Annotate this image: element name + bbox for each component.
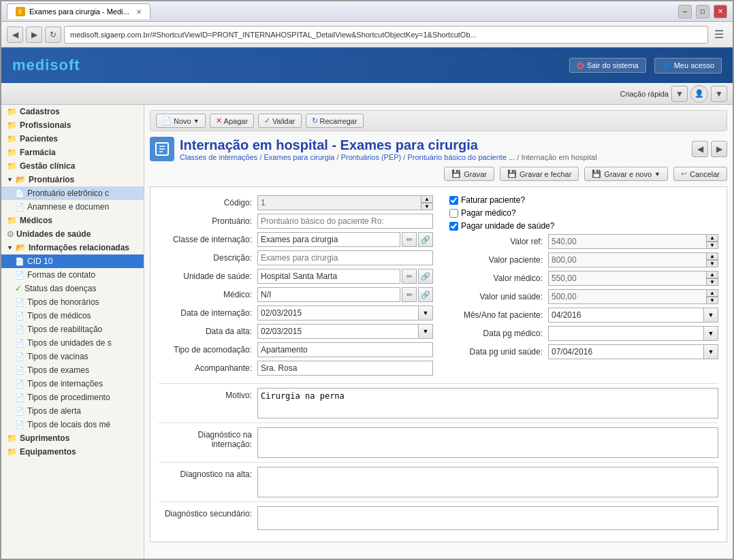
mes-ano-input[interactable]	[548, 308, 703, 323]
history-forward-btn[interactable]: ▶	[711, 141, 727, 157]
prontuario-input[interactable]	[257, 214, 433, 229]
gravar-novo-btn[interactable]: 💾 Gravar e novo ▼	[584, 167, 668, 181]
sidebar-item-unidades[interactable]: ⊙ Unidades de saúde	[1, 227, 144, 241]
pagar-medico-checkbox[interactable]	[449, 209, 458, 218]
breadcrumb-link-2[interactable]: Exames para cirurgia	[264, 153, 335, 161]
data-pg-medico-input[interactable]	[548, 326, 703, 341]
valor-paciente-input[interactable]	[548, 252, 706, 267]
valor-medico-spin-up[interactable]: ▲	[706, 271, 718, 278]
apagar-btn[interactable]: ✕ Apagar	[210, 114, 254, 128]
sidebar-item-anamnese[interactable]: 📄 Anamnese e documen	[1, 200, 144, 214]
valor-medico-input[interactable]	[548, 271, 706, 286]
data-alta-input[interactable]	[257, 324, 418, 339]
sidebar-item-tipos-procedimentos[interactable]: 📄 Tipos de procedimento	[1, 391, 144, 404]
descricao-input[interactable]	[257, 250, 433, 265]
classe-edit-btn[interactable]: ✏	[402, 232, 417, 247]
sidebar-item-status-doencas[interactable]: ✓ Status das doenças	[1, 282, 144, 295]
sidebar-item-tipos-exames[interactable]: 📄 Tipos de exames	[1, 363, 144, 377]
codigo-spin-up[interactable]: ▲	[421, 195, 433, 203]
history-back-btn[interactable]: ◀	[692, 141, 708, 157]
medico-input[interactable]	[257, 287, 400, 302]
sidebar-item-tipos-medicos[interactable]: 📄 Tipos de médicos	[1, 309, 144, 323]
sidebar-item-prontuario-eletronico[interactable]: 📄 Prontuário eletrônico c	[1, 186, 144, 200]
sidebar-item-farmacia[interactable]: 📁 Farmácia	[1, 146, 144, 159]
pagar-unid-checkbox[interactable]	[449, 222, 458, 231]
browser-menu-btn[interactable]: ☰	[711, 27, 727, 43]
logout-btn[interactable]: ⏻ Sair do sistema	[569, 58, 646, 73]
diagnostico-internacao-textarea[interactable]	[257, 427, 718, 458]
valor-ref-spin-down[interactable]: ▼	[706, 242, 718, 249]
valor-unid-spin-up[interactable]: ▲	[706, 289, 718, 297]
data-pg-unid-input[interactable]	[548, 344, 703, 359]
address-bar[interactable]	[64, 26, 708, 44]
data-internacao-input[interactable]	[257, 306, 418, 320]
data-alta-calendar-btn[interactable]: ▼	[418, 324, 433, 339]
acompanhante-input[interactable]	[257, 361, 433, 376]
diagnostico-alta-textarea[interactable]	[257, 467, 718, 497]
classe-link-btn[interactable]: 🔗	[418, 232, 433, 247]
codigo-input[interactable]	[257, 195, 421, 210]
sidebar-item-info-relacionadas[interactable]: ▼ 📂 Informações relacionadas	[1, 241, 144, 254]
close-btn[interactable]: ✕	[714, 5, 727, 18]
sidebar-item-tipos-vacinas[interactable]: 📄 Tipos de vacinas	[1, 350, 144, 363]
breadcrumb-link-1[interactable]: Classes de internações	[180, 153, 257, 161]
motivo-textarea[interactable]: Cirurgia na perna	[257, 388, 718, 418]
valor-unid-input[interactable]	[548, 289, 706, 304]
unidade-edit-btn[interactable]: ✏	[402, 269, 417, 284]
reload-btn[interactable]: ↻	[45, 27, 61, 43]
valor-medico-spin-down[interactable]: ▼	[706, 278, 718, 286]
forward-btn[interactable]: ▶	[26, 27, 42, 43]
data-pg-unid-dropdown-btn[interactable]: ▼	[703, 344, 718, 359]
valor-ref-spin-up[interactable]: ▲	[706, 234, 718, 242]
sidebar-item-medicos[interactable]: 📁 Médicos	[1, 214, 144, 227]
data-pg-medico-dropdown-btn[interactable]: ▼	[703, 326, 718, 341]
my-access-btn[interactable]: 👤 Meu acesso	[654, 58, 722, 73]
data-internacao-calendar-btn[interactable]: ▼	[418, 306, 433, 320]
medico-edit-btn[interactable]: ✏	[402, 287, 417, 302]
sidebar-item-tipos-unidades[interactable]: 📄 Tipos de unidades de s	[1, 336, 144, 350]
unidade-link-btn[interactable]: 🔗	[418, 269, 433, 284]
gravar-fechar-btn[interactable]: 💾 Gravar e fechar	[500, 167, 579, 181]
codigo-spin-down[interactable]: ▼	[421, 203, 433, 210]
classe-input[interactable]	[257, 232, 400, 247]
sidebar-item-profissionais[interactable]: 📁 Profissionais	[1, 118, 144, 132]
sidebar-item-cid10[interactable]: 📄 CID 10	[1, 254, 144, 268]
gravar-btn[interactable]: 💾 Gravar	[444, 167, 494, 181]
sidebar-item-tipos-internacoes[interactable]: 📄 Tipos de internações	[1, 377, 144, 391]
cancelar-btn[interactable]: ↩ Cancelar	[673, 167, 727, 181]
sidebar-item-tipos-reabilitacao[interactable]: 📄 Tipos de reabilitação	[1, 323, 144, 336]
diagnostico-secundario-textarea[interactable]	[257, 506, 718, 530]
breadcrumb-link-3[interactable]: Prontuários (PEP)	[341, 153, 402, 161]
faturar-checkbox[interactable]	[449, 196, 458, 205]
sidebar-item-equipamentos[interactable]: 📁 Equipamentos	[1, 445, 144, 459]
tab-close-btn[interactable]: ✕	[136, 8, 142, 16]
profile-dropdown-btn[interactable]: ▼	[711, 86, 727, 102]
valor-unid-spin-down[interactable]: ▼	[706, 297, 718, 304]
profile-btn[interactable]: 👤	[690, 85, 708, 103]
validar-btn[interactable]: ✓ Validar	[258, 114, 301, 128]
minimize-btn[interactable]: –	[678, 5, 692, 18]
sidebar-item-gestao[interactable]: 📁 Gestão clínica	[1, 159, 144, 173]
recarregar-btn[interactable]: ↻ Recarregar	[306, 114, 364, 128]
breadcrumb-link-4[interactable]: Prontuário básico do paciente ...	[407, 153, 515, 161]
sidebar-item-prontuarios[interactable]: ▼ 📂 Prontuários	[1, 173, 144, 186]
medico-link-btn[interactable]: 🔗	[418, 287, 433, 302]
sidebar-item-cadastros[interactable]: 📁 Cadastros	[1, 105, 144, 118]
sidebar-item-pacientes[interactable]: 📁 Pacientes	[1, 132, 144, 146]
mes-ano-dropdown-btn[interactable]: ▼	[703, 308, 718, 323]
sidebar-item-tipos-honorarios[interactable]: 📄 Tipos de honorários	[1, 295, 144, 309]
browser-tab[interactable]: E Exames para cirurgia - Medi... ✕	[7, 3, 150, 19]
quick-create-dropdown-btn[interactable]: ▼	[671, 86, 688, 102]
tipo-acomodacao-input[interactable]	[257, 342, 433, 357]
maximize-btn[interactable]: □	[696, 5, 709, 18]
back-btn[interactable]: ◀	[7, 27, 23, 43]
valor-paciente-spin-up[interactable]: ▲	[706, 252, 718, 260]
valor-paciente-spin-down[interactable]: ▼	[706, 260, 718, 267]
sidebar-item-tipos-alerta[interactable]: 📄 Tipos de alerta	[1, 404, 144, 418]
novo-btn[interactable]: 📄 Novo ▼	[156, 114, 206, 128]
unidade-input[interactable]	[257, 269, 400, 284]
valor-ref-input[interactable]	[548, 234, 706, 249]
sidebar-item-suprimentos[interactable]: 📁 Suprimentos	[1, 431, 144, 445]
sidebar-item-formas-contato[interactable]: 📄 Formas de contato	[1, 268, 144, 282]
sidebar-item-tipos-locais[interactable]: 📄 Tipos de locais dos mé	[1, 418, 144, 431]
